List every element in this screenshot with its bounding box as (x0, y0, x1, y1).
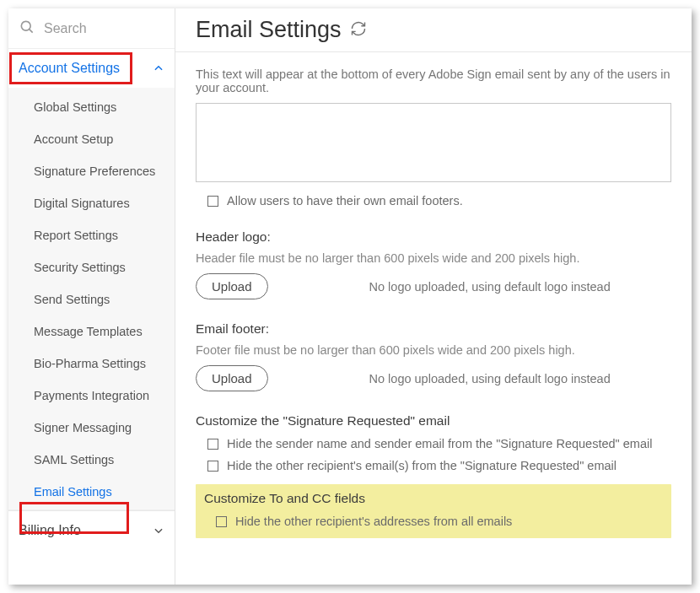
to-cc-opt1-label: Hide the other recipient's addresses fro… (235, 515, 512, 528)
header-logo-status: No logo uploaded, using default logo ins… (369, 280, 611, 294)
email-footer-upload-row: Upload No logo uploaded, using default l… (196, 365, 671, 391)
page-title-text: Email Settings (196, 17, 342, 43)
sidebar: Account Settings Global Settings Account… (8, 8, 175, 585)
checkbox-icon (207, 439, 218, 450)
email-footer-help: Footer file must be no larger than 600 p… (196, 343, 671, 357)
section-account-settings[interactable]: Account Settings (8, 49, 175, 88)
submenu-account-settings: Global Settings Account Setup Signature … (8, 88, 175, 510)
sidebar-item-payments-integration[interactable]: Payments Integration (8, 380, 175, 412)
sig-req-opt1-row[interactable]: Hide the sender name and sender email fr… (207, 437, 671, 450)
sidebar-item-bio-pharma-settings[interactable]: Bio-Pharma Settings (8, 348, 175, 380)
divider (175, 51, 692, 52)
svg-line-1 (30, 30, 33, 33)
svg-point-0 (21, 21, 30, 30)
chevron-down-icon (153, 525, 164, 536)
main-content: Email Settings This text will appear at … (175, 8, 692, 585)
footer-intro-text: This text will appear at the bottom of e… (196, 67, 671, 94)
sidebar-item-report-settings[interactable]: Report Settings (8, 219, 175, 251)
email-footer-upload-button[interactable]: Upload (196, 365, 268, 391)
sidebar-item-send-settings[interactable]: Send Settings (8, 283, 175, 315)
section-billing-info-label: Billing Info (19, 523, 81, 538)
sidebar-item-digital-signatures[interactable]: Digital Signatures (8, 187, 175, 219)
to-cc-highlight: Customize To and CC fields Hide the othe… (196, 484, 671, 538)
allow-own-footers-label: Allow users to have their own email foot… (227, 194, 463, 208)
sidebar-item-global-settings[interactable]: Global Settings (8, 91, 175, 123)
sidebar-item-saml-settings[interactable]: SAML Settings (8, 444, 175, 476)
sig-req-title: Customize the "Signature Requested" emai… (196, 413, 671, 429)
header-logo-help: Header file must be no larger than 600 p… (196, 251, 671, 265)
email-footer-textarea[interactable] (196, 103, 671, 182)
sidebar-item-email-settings[interactable]: Email Settings (8, 476, 175, 508)
sidebar-item-message-templates[interactable]: Message Templates (8, 315, 175, 348)
app-frame: Account Settings Global Settings Account… (8, 8, 692, 585)
sig-req-opt1-label: Hide the sender name and sender email fr… (227, 437, 652, 450)
allow-own-footers-row[interactable]: Allow users to have their own email foot… (207, 194, 671, 208)
checkbox-icon (207, 461, 218, 472)
chevron-up-icon (153, 62, 164, 74)
sidebar-item-signer-messaging[interactable]: Signer Messaging (8, 412, 175, 444)
search-input[interactable] (42, 20, 166, 37)
header-logo-upload-button[interactable]: Upload (196, 273, 268, 299)
refresh-icon[interactable] (350, 17, 367, 43)
sidebar-item-security-settings[interactable]: Security Settings (8, 251, 175, 283)
section-billing-info[interactable]: Billing Info (8, 510, 175, 550)
email-footer-status: No logo uploaded, using default logo ins… (369, 372, 611, 385)
sig-req-opt2-label: Hide the other recipient's email(s) from… (227, 459, 617, 472)
to-cc-opt1-row[interactable]: Hide the other recipient's addresses fro… (216, 515, 663, 528)
to-cc-title: Customize To and CC fields (204, 491, 663, 506)
sidebar-item-account-setup[interactable]: Account Setup (8, 123, 175, 155)
header-logo-upload-row: Upload No logo uploaded, using default l… (196, 273, 671, 299)
header-logo-title: Header logo: (196, 229, 671, 245)
sig-req-opt2-row[interactable]: Hide the other recipient's email(s) from… (207, 459, 671, 472)
email-footer-title: Email footer: (196, 321, 671, 337)
checkbox-icon (216, 516, 227, 527)
search-row (8, 8, 175, 49)
section-account-settings-label: Account Settings (19, 61, 120, 76)
search-icon (19, 19, 35, 38)
page-title: Email Settings (196, 17, 671, 43)
checkbox-icon (207, 196, 218, 207)
sidebar-item-signature-preferences[interactable]: Signature Preferences (8, 155, 175, 187)
